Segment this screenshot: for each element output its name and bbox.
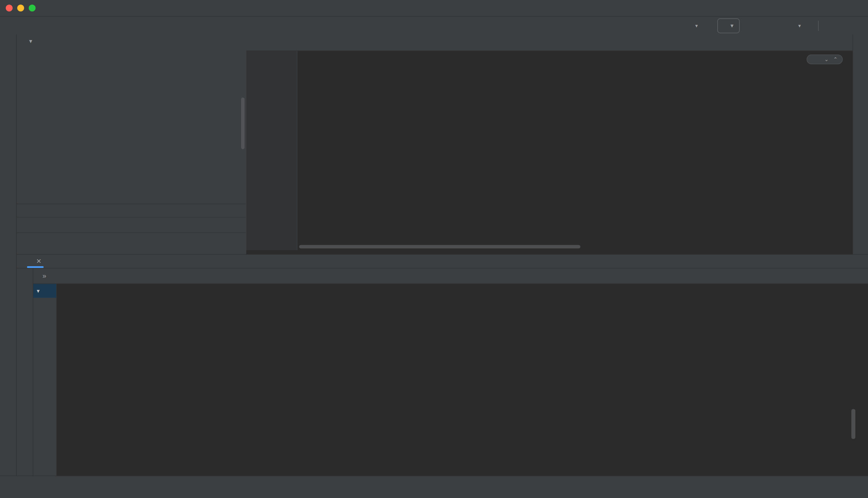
structure-toolbar xyxy=(17,217,246,233)
close-icon[interactable]: ✕ xyxy=(36,258,41,265)
test-tree: ▾ xyxy=(33,284,57,476)
zoom-window-button[interactable] xyxy=(29,4,36,12)
search-everywhere-button[interactable] xyxy=(822,19,836,33)
chevron-down-icon[interactable]: ▼ xyxy=(28,38,33,44)
editor-gutter xyxy=(246,51,297,250)
run-left-toolbar xyxy=(17,268,33,476)
project-panel-header[interactable]: ▼ xyxy=(17,35,246,48)
stop-button[interactable] xyxy=(801,19,815,33)
ide-window: ▾ ▼ ▾ ▼ xyxy=(0,0,868,498)
run-panel: ✕ » xyxy=(17,254,868,476)
window-controls[interactable] xyxy=(6,4,36,12)
chevron-down-icon: ▾ xyxy=(37,287,40,294)
status-bar xyxy=(0,486,868,498)
editor: ⌄ ⌃ xyxy=(246,35,853,254)
project-scrollbar[interactable] xyxy=(241,97,245,149)
project-panel: ▼ xyxy=(17,35,246,204)
run-panel-header: ✕ xyxy=(17,255,868,268)
right-tool-stripe xyxy=(853,35,868,254)
run-tab[interactable]: ✕ xyxy=(27,255,44,268)
editor-tabs xyxy=(246,35,853,51)
navigation-toolbar: ▾ ▼ ▾ xyxy=(0,17,868,36)
chevron-down-icon: ▾ xyxy=(798,23,801,29)
editor-horizontal-scrollbar[interactable] xyxy=(299,245,580,248)
close-window-button[interactable] xyxy=(6,4,13,12)
run-button[interactable] xyxy=(743,19,757,33)
chevron-down-icon: ▾ xyxy=(695,23,698,29)
debug-button[interactable] xyxy=(757,19,771,33)
run-configuration-select[interactable]: ▼ xyxy=(717,18,740,33)
expand-icon[interactable]: » xyxy=(42,272,46,280)
editor-content[interactable]: ⌄ ⌃ xyxy=(246,51,853,250)
inspections-widget[interactable]: ⌄ ⌃ xyxy=(806,54,843,64)
structure-panel xyxy=(17,204,246,255)
left-tool-stripe xyxy=(0,35,17,476)
update-project-button[interactable] xyxy=(836,19,850,33)
title-bar xyxy=(0,0,868,17)
chevron-down-icon: ▼ xyxy=(729,23,735,29)
test-tree-root[interactable]: ▾ xyxy=(33,284,56,298)
run-with-coverage-button[interactable] xyxy=(771,19,785,33)
next-problem-icon[interactable]: ⌄ xyxy=(824,56,829,63)
test-status-bar: » xyxy=(33,268,868,284)
prev-problem-icon[interactable]: ⌃ xyxy=(833,56,838,63)
user-profile-icon[interactable] xyxy=(682,19,695,33)
profiler-button[interactable] xyxy=(785,19,798,33)
test-console[interactable] xyxy=(57,284,868,476)
code-with-me-icon[interactable] xyxy=(850,19,864,33)
tool-window-bar xyxy=(0,476,868,486)
build-project-button[interactable] xyxy=(700,19,714,33)
minimize-window-button[interactable] xyxy=(17,4,24,12)
console-scrollbar[interactable] xyxy=(851,409,855,439)
